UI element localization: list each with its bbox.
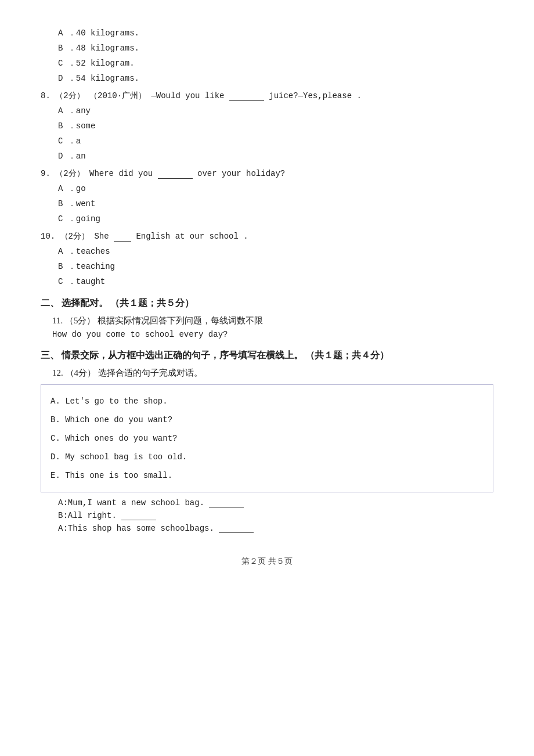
option-10a: A ．teaches <box>58 246 493 257</box>
option-10b: B ．teaching <box>58 261 493 272</box>
question8-text: 8. （2分） （2010·广州） —Would you like juice?… <box>41 91 493 101</box>
option-9c: C ．going <box>58 214 493 224</box>
question10-text: 10. （2分） She English at our school . <box>41 231 493 242</box>
blank-dialog3 <box>219 532 254 533</box>
question9: 9. （2分） Where did you over your holiday?… <box>41 168 493 224</box>
page: A ．40 kilograms. B ．48 kilograms. C ．52 … <box>0 0 534 756</box>
page-footer: 第２页 共５页 <box>41 556 493 567</box>
question9-text: 9. （2分） Where did you over your holiday? <box>41 168 493 179</box>
dialog-option-d: D. My school bag is too old. <box>50 449 484 465</box>
option-8c: C ．a <box>58 136 493 146</box>
dialog-answer-1: A:Mum,I want a new school bag. <box>58 498 493 507</box>
section2-title-text: 二、 选择配对。 （共１题；共５分） <box>41 297 194 309</box>
option-8a: A ．any <box>58 106 493 116</box>
blank-q10 <box>114 241 131 242</box>
footer-text: 第２页 共５页 <box>241 557 293 566</box>
question10: 10. （2分） She English at our school . A ．… <box>41 231 493 287</box>
dialog-option-a: A. Let's go to the shop. <box>50 393 484 409</box>
question7-options: A ．40 kilograms. B ．48 kilograms. C ．52 … <box>41 28 493 84</box>
option-9b: B ．went <box>58 199 493 209</box>
section2: 二、 选择配对。 （共１题；共５分） 11. （5分） 根据实际情况回答下列问题… <box>41 297 493 339</box>
question12: 12. （4分） 选择合适的句子完成对话。 <box>52 368 493 379</box>
question11-num: 11. （5分） 根据实际情况回答下列问题，每线词数不限 <box>52 316 263 325</box>
option-8d: D ．an <box>58 151 493 161</box>
question8: 8. （2分） （2010·广州） —Would you like juice?… <box>41 91 493 161</box>
dialog-answer-2: B:All right. <box>58 511 493 520</box>
option-8b: B ．some <box>58 121 493 131</box>
dialog-options-box: A. Let's go to the shop. B. Which one do… <box>41 384 493 492</box>
option-7a: A ．40 kilograms. <box>58 28 493 38</box>
dialog-option-c: C. Which ones do you want? <box>50 430 484 447</box>
question11-subtext: How do you come to school every day? <box>52 330 493 339</box>
section3-title-text: 三、 情景交际，从方框中选出正确的句子，序号填写在横线上。 （共１题；共４分） <box>41 350 389 362</box>
section2-title: 二、 选择配对。 （共１题；共５分） <box>41 297 493 309</box>
blank-dialog2 <box>121 520 156 520</box>
blank-q9 <box>158 178 193 179</box>
option-9a: A ．go <box>58 183 493 194</box>
option-7c: C ．52 kilogram. <box>58 58 493 69</box>
dialog-answer-3: A:This shop has some schoolbags. <box>58 524 493 533</box>
section3: 三、 情景交际，从方框中选出正确的句子，序号填写在横线上。 （共１题；共４分） … <box>41 350 493 533</box>
question11: 11. （5分） 根据实际情况回答下列问题，每线词数不限 <box>52 315 493 326</box>
blank-dialog1 <box>209 507 244 507</box>
option-7d: D ．54 kilograms. <box>58 73 493 84</box>
dialog-option-e: E. This one is too small. <box>50 467 484 484</box>
blank-q8 <box>229 100 264 101</box>
option-7b: B ．48 kilograms. <box>58 43 493 53</box>
option-10c: C ．taught <box>58 276 493 287</box>
section3-title: 三、 情景交际，从方框中选出正确的句子，序号填写在横线上。 （共１题；共４分） <box>41 350 493 362</box>
dialog-option-b: B. Which one do you want? <box>50 412 484 428</box>
